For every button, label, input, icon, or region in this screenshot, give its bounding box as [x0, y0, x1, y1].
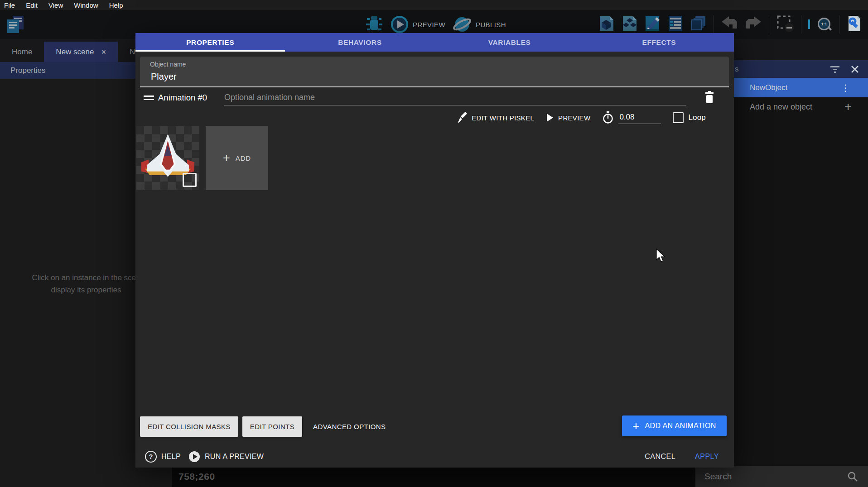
- brush-icon: [457, 112, 467, 124]
- tab-new-scene-label: New scene: [56, 48, 94, 57]
- close-panel-icon[interactable]: [851, 65, 859, 73]
- add-frame-plus-icon: +: [223, 152, 230, 164]
- add-new-object-row[interactable]: Add a new object +: [734, 97, 868, 117]
- menu-bar: File Edit View Window Help: [0, 0, 868, 10]
- trash-icon: [704, 91, 715, 104]
- debugger-button[interactable]: [365, 14, 383, 35]
- active-tab-indicator: [135, 50, 285, 52]
- time-between-frames-input[interactable]: [618, 112, 661, 124]
- debugger-icon: [365, 14, 383, 33]
- preview-label: PREVIEW: [413, 21, 445, 29]
- dialog-tab-effects[interactable]: EFFECTS: [584, 33, 734, 52]
- run-a-preview-button[interactable]: RUN A PREVIEW: [188, 451, 264, 463]
- tab-home[interactable]: Home: [0, 42, 44, 62]
- play-icon: [546, 113, 554, 122]
- toolbar-separator: [769, 15, 769, 33]
- preview-animation-button[interactable]: PREVIEW: [546, 113, 590, 122]
- menu-file[interactable]: File: [4, 1, 15, 9]
- edit-scene-button[interactable]: [644, 14, 661, 34]
- add-object-label: Add a new object: [750, 102, 844, 112]
- frame-select-checkbox[interactable]: [183, 173, 197, 187]
- dialog-tab-behaviors[interactable]: BEHAVIORS: [285, 33, 434, 52]
- add-object-plus-icon: +: [844, 100, 852, 114]
- edit-with-piskel-label: EDIT WITH PISKEL: [472, 114, 534, 122]
- objects-panel-title-partial: s: [735, 65, 739, 74]
- search-icon: [847, 471, 858, 482]
- magnifier-handle: [828, 26, 832, 30]
- advanced-options-button[interactable]: ADVANCED OPTIONS: [306, 416, 392, 437]
- add-frame-button[interactable]: + ADD: [206, 126, 268, 190]
- object-list-item-newobject[interactable]: NewObject ⋮: [734, 78, 868, 97]
- edit-scene-pencil-icon: [644, 14, 661, 33]
- cursor-coordinates: 758;260: [178, 471, 215, 482]
- toolbar-separator: [839, 15, 839, 33]
- layers-button[interactable]: [690, 14, 707, 34]
- object-name-field: Object name: [140, 57, 729, 87]
- properties-panel-title: Properties: [10, 66, 45, 75]
- dialog-tab-bar: PROPERTIES BEHAVIORS VARIABLES EFFECTS: [135, 33, 734, 52]
- loop-label: Loop: [688, 113, 706, 122]
- edit-points-button[interactable]: EDIT POINTS: [242, 416, 302, 437]
- toolbar-separator: [714, 15, 714, 33]
- events-sheet-button[interactable]: [667, 14, 684, 34]
- grid-button[interactable]: [808, 20, 810, 29]
- tab-close-icon[interactable]: ×: [101, 48, 106, 56]
- zoom-1-1-button[interactable]: 1:1: [817, 17, 832, 32]
- cancel-button[interactable]: CANCEL: [645, 453, 675, 461]
- deselect-instances-icon: [776, 14, 794, 33]
- dialog-tab-properties[interactable]: PROPERTIES: [135, 33, 285, 52]
- menu-window[interactable]: Window: [74, 1, 98, 9]
- objects-panel-header: s: [734, 60, 868, 78]
- project-manager-button[interactable]: [5, 14, 25, 36]
- layers-icon: [690, 14, 707, 33]
- mouse-cursor: [656, 248, 666, 265]
- deselect-button[interactable]: [776, 14, 794, 34]
- editor-tabs: Home New scene × New: [0, 42, 157, 62]
- dialog-footer: ? HELP RUN A PREVIEW CANCEL APPLY: [135, 446, 734, 467]
- preview-button[interactable]: PREVIEW: [391, 15, 445, 33]
- help-label: HELP: [161, 453, 181, 461]
- events-sheet-icon: [667, 14, 684, 33]
- sprite-frame-thumbnail[interactable]: [136, 126, 199, 190]
- project-manager-icon: [5, 14, 25, 34]
- drag-handle-icon[interactable]: [144, 95, 154, 102]
- cursor-arrow-icon: [656, 248, 666, 263]
- loop-checkbox[interactable]: [673, 112, 684, 123]
- toolbar-right: 1:1: [598, 14, 863, 34]
- time-between-frames-field: [602, 111, 661, 124]
- menu-edit[interactable]: Edit: [26, 1, 38, 9]
- object-item-menu-icon[interactable]: ⋮: [841, 82, 850, 93]
- undo-button[interactable]: [721, 16, 738, 33]
- objects-search-bar: [695, 466, 868, 487]
- scene-status-bar: 758;260: [172, 466, 695, 487]
- edit-with-piskel-button[interactable]: EDIT WITH PISKEL: [457, 112, 534, 124]
- menu-view[interactable]: View: [48, 1, 63, 9]
- grid-icon: [808, 19, 810, 29]
- add-frame-label: ADD: [236, 154, 251, 162]
- loop-toggle: Loop: [673, 112, 706, 123]
- redo-button[interactable]: [745, 16, 762, 33]
- dialog-tab-variables[interactable]: VARIABLES: [435, 33, 584, 52]
- right-panel-top-filler: [734, 39, 868, 60]
- toolbar-center: PREVIEW PUBLISH: [365, 14, 506, 35]
- help-button[interactable]: ? HELP: [145, 451, 181, 463]
- publish-button[interactable]: PUBLISH: [453, 15, 506, 33]
- scene-settings-button[interactable]: [846, 14, 863, 34]
- add-object-button[interactable]: [598, 14, 614, 34]
- delete-animation-button[interactable]: [702, 89, 717, 105]
- object-name-input[interactable]: [150, 71, 695, 82]
- add-animation-label: ADD AN ANIMATION: [645, 422, 716, 430]
- animation-name-input[interactable]: [224, 90, 686, 105]
- question-glyph: ?: [149, 453, 153, 460]
- objects-search-input[interactable]: [695, 471, 847, 482]
- objects-group-icon: [621, 14, 637, 33]
- tab-home-label: Home: [12, 48, 32, 57]
- object-item-label: NewObject: [750, 83, 841, 92]
- tab-new-scene[interactable]: New scene ×: [44, 42, 118, 62]
- menu-help[interactable]: Help: [109, 1, 123, 9]
- add-an-animation-button[interactable]: + ADD AN ANIMATION: [622, 415, 727, 436]
- objects-list-button[interactable]: [621, 14, 637, 34]
- edit-collision-masks-button[interactable]: EDIT COLLISION MASKS: [140, 416, 238, 437]
- filter-icon[interactable]: [830, 65, 841, 73]
- apply-button[interactable]: APPLY: [695, 453, 719, 461]
